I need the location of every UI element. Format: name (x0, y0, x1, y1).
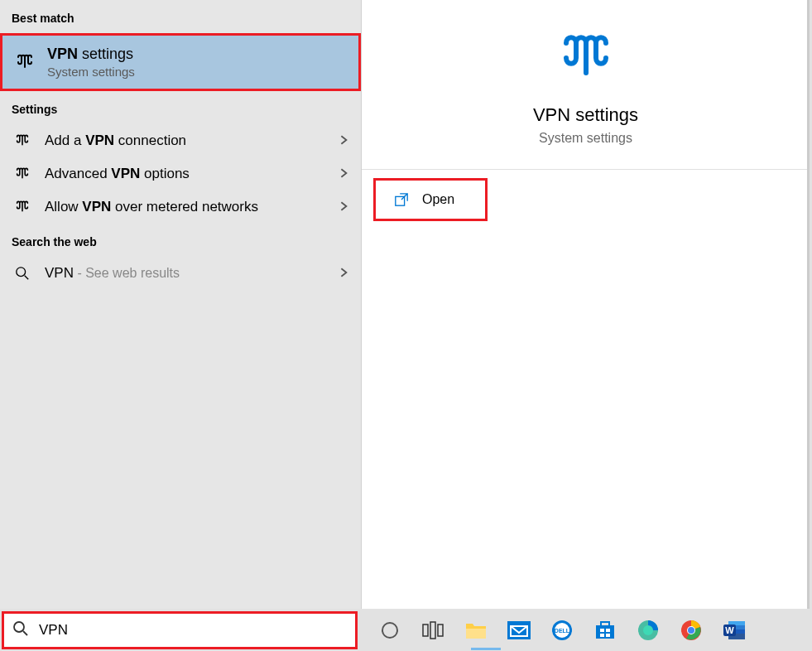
best-match-title: VPN settings (47, 46, 135, 63)
open-label: Open (422, 192, 454, 207)
svg-rect-16 (600, 629, 604, 632)
preview-hero: VPN settings System settings (362, 0, 810, 170)
settings-item-label: Advanced VPN options (45, 166, 339, 182)
search-icon (12, 266, 33, 281)
taskbar-search-box[interactable] (2, 611, 358, 649)
section-best-match: Best match (0, 0, 361, 33)
vpn-icon (12, 134, 33, 147)
svg-line-4 (23, 631, 27, 635)
search-results-panel: Best match VPN settings System settings … (0, 0, 810, 609)
mail-icon[interactable] (505, 616, 533, 644)
svg-rect-6 (423, 624, 428, 636)
edge-icon[interactable] (634, 616, 662, 644)
svg-rect-9 (466, 629, 486, 639)
settings-item-allow-vpn-metered[interactable]: Allow VPN over metered networks (0, 190, 361, 224)
chevron-right-icon (339, 199, 349, 215)
preview-title: VPN settings (533, 104, 638, 126)
settings-item-label: Add a VPN connection (45, 133, 339, 149)
taskbar-tray: DELL W (376, 616, 748, 644)
active-app-indicator (471, 648, 501, 650)
svg-rect-7 (430, 622, 435, 639)
chrome-icon[interactable] (677, 616, 705, 644)
svg-rect-8 (438, 624, 443, 636)
svg-rect-15 (596, 625, 614, 639)
chevron-right-icon (339, 166, 349, 182)
svg-rect-19 (606, 634, 610, 637)
store-icon[interactable] (591, 616, 619, 644)
best-match-labels: VPN settings System settings (47, 46, 135, 79)
best-match-subtitle: System settings (47, 65, 135, 79)
svg-point-5 (382, 623, 397, 638)
file-explorer-icon[interactable] (462, 616, 490, 644)
word-icon[interactable]: W (720, 616, 748, 644)
chevron-right-icon (339, 265, 349, 282)
vpn-icon (12, 167, 33, 181)
section-web: Search the web (0, 224, 361, 257)
dell-icon[interactable]: DELL (548, 616, 576, 644)
task-view-icon[interactable] (419, 616, 447, 644)
svg-rect-17 (606, 629, 610, 632)
preview-subtitle: System settings (539, 131, 632, 146)
open-button[interactable]: Open (373, 178, 488, 221)
svg-text:DELL: DELL (555, 628, 570, 634)
vpn-icon (14, 54, 36, 70)
vpn-icon (554, 33, 618, 86)
web-result-vpn[interactable]: VPN - See web results (0, 257, 361, 290)
svg-point-24 (688, 627, 694, 634)
settings-item-add-vpn[interactable]: Add a VPN connection (0, 124, 361, 157)
taskbar: DELL W (0, 609, 812, 651)
svg-point-21 (643, 625, 653, 635)
settings-item-label: Allow VPN over metered networks (45, 199, 339, 215)
svg-text:W: W (725, 625, 734, 635)
search-input[interactable] (39, 622, 347, 639)
results-left-column: Best match VPN settings System settings … (0, 0, 362, 609)
cortana-icon[interactable] (376, 616, 404, 644)
svg-line-1 (25, 276, 29, 280)
open-icon (392, 192, 411, 207)
section-settings: Settings (0, 91, 361, 124)
settings-item-advanced-vpn[interactable]: Advanced VPN options (0, 157, 361, 190)
chevron-right-icon (339, 133, 349, 149)
web-result-label: VPN - See web results (45, 265, 339, 282)
svg-point-3 (14, 622, 24, 632)
vpn-icon (12, 200, 33, 214)
svg-rect-18 (600, 634, 604, 637)
preview-column: VPN settings System settings Open (362, 0, 810, 609)
scrollbar[interactable] (807, 0, 810, 609)
svg-point-0 (17, 268, 26, 277)
search-icon (12, 620, 29, 640)
best-match-vpn-settings[interactable]: VPN settings System settings (0, 33, 361, 91)
